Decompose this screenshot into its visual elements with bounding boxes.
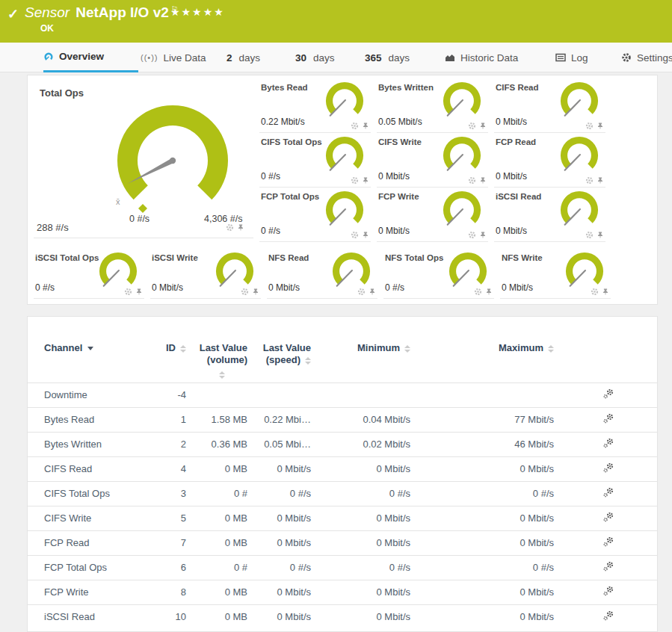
gear-icon[interactable] [474, 288, 482, 296]
channel-id: 7 [149, 530, 186, 555]
gear-icon[interactable] [468, 231, 476, 239]
channel-settings-icon[interactable] [603, 487, 614, 498]
pin-icon[interactable] [362, 122, 369, 130]
gauge-panel-total-ops[interactable]: Total Ops x̄ 0 #/s 4,306 #/s 288 #/s [34, 81, 253, 238]
table-row-cifs-total-ops[interactable]: CIFS Total Ops30 #0 #/s0 #/s0 #/s [28, 481, 658, 506]
channel-name[interactable]: FCP Total Ops [28, 555, 149, 580]
tab-label: Log [571, 52, 588, 63]
column-header-maximum[interactable]: Maximum [410, 332, 554, 382]
column-header-channel[interactable]: Channel [28, 332, 149, 382]
channel-name[interactable]: Bytes Read [28, 407, 149, 432]
channel-settings-icon[interactable] [603, 438, 614, 448]
channel-name[interactable]: CIFS Read [28, 456, 149, 481]
tab-overview[interactable]: Overview [43, 43, 138, 72]
gear-icon[interactable] [241, 288, 249, 296]
gear-icon[interactable] [585, 122, 594, 130]
gauge-panel-cifs-total-ops[interactable]: CIFS Total Ops0 #/s [259, 133, 371, 188]
sort-icon [219, 371, 225, 379]
channel-settings-icon[interactable] [603, 462, 614, 473]
pin-icon[interactable] [479, 176, 487, 185]
last-value-speed: 0.22 Mbi… [247, 407, 311, 432]
gauge-panel-fcp-total-ops[interactable]: FCP Total Ops0 #/s [259, 188, 371, 242]
pin-icon[interactable] [237, 223, 244, 232]
gauge-panel-fcp-read[interactable]: FCP Read0 Mbit/s [494, 133, 605, 188]
pin-icon[interactable] [597, 176, 604, 185]
tab-30-days[interactable]: 30 days [295, 43, 335, 72]
tab-historic-data[interactable]: Historic Data [445, 43, 518, 72]
channel-settings-icon[interactable] [603, 512, 614, 522]
table-row-iscsi-read[interactable]: iSCSI Read100 MB0 Mbit/s0 Mbit/s0 Mbit/s [28, 604, 658, 629]
pin-icon[interactable] [362, 231, 369, 239]
table-row-downtime[interactable]: Downtime-4 [28, 382, 658, 407]
pin-icon[interactable] [479, 122, 487, 130]
channel-name[interactable]: iSCSI Read [28, 604, 149, 629]
gear-icon[interactable] [468, 122, 476, 130]
gauge-panel-nfs-write[interactable]: NFS Write0 Mbit/s [500, 249, 611, 299]
tab-live-data[interactable]: ((•)) Live Data [141, 43, 206, 72]
gauge-panel-iscsi-write[interactable]: iSCSI Write0 Mbit/s [150, 249, 261, 299]
gauge-panel-bytes-written[interactable]: Bytes Written0.05 Mbit/s [377, 78, 488, 133]
table-row-cifs-read[interactable]: CIFS Read40 MB0 Mbit/s0 Mbit/s0 Mbit/s [28, 456, 658, 481]
gear-icon[interactable] [351, 176, 359, 185]
pin-icon[interactable] [479, 231, 487, 239]
channel-settings-icon[interactable] [603, 536, 614, 547]
pin-icon[interactable] [485, 288, 493, 296]
channel-name[interactable]: FCP Write [28, 580, 149, 604]
gear-icon[interactable] [226, 223, 234, 232]
tab-365-days[interactable]: 365 days [365, 43, 410, 72]
mini-gauge-dial [563, 252, 606, 292]
total-ops-gauge-dial: x̄ [98, 99, 247, 223]
gauge-panel-nfs-read[interactable]: NFS Read0 Mbit/s [267, 249, 377, 299]
gauge-panel-cifs-write[interactable]: CIFS Write0 Mbit/s [377, 133, 488, 188]
channel-name[interactable]: FCP Read [28, 530, 149, 555]
pin-icon[interactable] [369, 288, 376, 296]
priority-stars[interactable]: ★★★★★ [170, 6, 225, 18]
gear-icon[interactable] [124, 288, 132, 296]
gauge-panel-fcp-write[interactable]: FCP Write0 Mbit/s [377, 188, 488, 242]
channel-settings-icon[interactable] [603, 388, 614, 399]
gear-icon[interactable] [591, 288, 599, 296]
tab-settings[interactable]: Settings [621, 43, 672, 72]
gear-icon[interactable] [468, 176, 476, 185]
gauge-panel-nfs-total-ops[interactable]: NFS Total Ops0 #/s [383, 249, 494, 299]
pin-icon[interactable] [597, 231, 604, 239]
channel-settings-icon[interactable] [603, 561, 614, 571]
gear-icon[interactable] [585, 231, 594, 239]
table-row-bytes-written[interactable]: Bytes Written20.36 MB0.05 Mbi…0.02 Mbit/… [28, 432, 658, 456]
gauge-panel-bytes-read[interactable]: Bytes Read0.22 Mbit/s [259, 78, 371, 133]
channel-settings-icon[interactable] [603, 413, 614, 424]
tab-log[interactable]: Log [555, 43, 588, 72]
column-header-minimum[interactable]: Minimum [311, 332, 410, 382]
gear-icon[interactable] [351, 231, 359, 239]
channel-name[interactable]: CIFS Write [28, 506, 149, 530]
tab-2-days[interactable]: 2 days [226, 43, 260, 72]
gauge-panel-iscsi-read[interactable]: iSCSI Read0 Mbit/s [494, 188, 605, 242]
gear-icon[interactable] [357, 288, 366, 296]
channel-settings-icon[interactable] [603, 610, 614, 621]
channel-name[interactable]: Bytes Written [28, 432, 149, 456]
sensor-header: ✓ SensorNetApp I/O v2⚐ ★★★★★ OK [0, 0, 672, 43]
gear-icon[interactable] [585, 176, 594, 185]
column-header-last-value-speed[interactable]: Last Value(speed) [247, 332, 311, 382]
gauge-value: 0 Mbit/s [502, 282, 533, 293]
table-row-bytes-read[interactable]: Bytes Read11.58 MB0.22 Mbi…0.04 Mbit/s77… [28, 407, 658, 432]
column-header-last-value-volume[interactable]: Last Value(volume) [186, 332, 247, 382]
gauge-panel-cifs-read[interactable]: CIFS Read0 Mbit/s [494, 78, 605, 133]
last-value-speed: 0 Mbit/s [247, 604, 311, 629]
channel-settings-icon[interactable] [603, 586, 614, 596]
pin-icon[interactable] [135, 288, 143, 296]
pin-icon[interactable] [597, 122, 604, 130]
channel-name[interactable]: CIFS Total Ops [28, 481, 149, 506]
pin-icon[interactable] [362, 176, 369, 185]
table-row-fcp-total-ops[interactable]: FCP Total Ops60 #0 #/s0 #/s0 #/s [28, 555, 658, 580]
gear-icon[interactable] [351, 122, 359, 130]
log-list-icon [555, 53, 566, 62]
table-row-fcp-read[interactable]: FCP Read70 MB0 Mbit/s0 Mbit/s0 Mbit/s [28, 530, 658, 555]
pin-icon[interactable] [252, 288, 259, 296]
gauge-panel-iscsi-total-ops[interactable]: iSCSI Total Ops0 #/s [34, 249, 144, 299]
column-header-id[interactable]: ID [149, 332, 186, 382]
channel-name[interactable]: Downtime [28, 382, 149, 407]
pin-icon[interactable] [602, 288, 609, 296]
table-row-fcp-write[interactable]: FCP Write80 MB0 Mbit/s0 Mbit/s0 Mbit/s [28, 580, 658, 604]
table-row-cifs-write[interactable]: CIFS Write50 MB0 Mbit/s0 Mbit/s0 Mbit/s [28, 506, 658, 530]
